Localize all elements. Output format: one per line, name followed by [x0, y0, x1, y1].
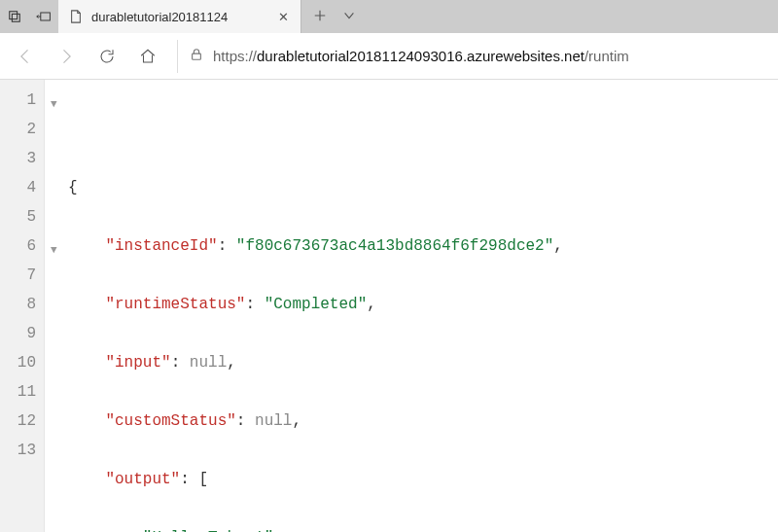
line-number: 7: [0, 261, 36, 290]
lock-icon: [190, 48, 203, 64]
svg-rect-0: [10, 12, 18, 19]
fold-toggle-icon[interactable]: ▼: [51, 235, 57, 265]
line-number: 4: [0, 173, 36, 202]
code-line: "output": [: [68, 465, 778, 494]
code-line: "input": null,: [68, 348, 778, 377]
home-button[interactable]: [128, 37, 167, 76]
window-restore-icon[interactable]: [29, 0, 58, 33]
line-number: 6: [0, 231, 36, 261]
code-area[interactable]: ▼ ▼ { "instanceId": "f80c673673ac4a13bd8…: [45, 80, 778, 532]
code-line: "instanceId": "f80c673673ac4a13bd8864f6f…: [68, 231, 778, 261]
tab-overflow-button[interactable]: [342, 9, 356, 25]
browser-tab[interactable]: durabletutorial20181124 ✕: [58, 0, 301, 33]
tab-document-icon: [68, 9, 84, 24]
line-number: 2: [0, 115, 36, 144]
new-tab-button[interactable]: [313, 9, 327, 25]
window-control-icon[interactable]: [0, 0, 29, 33]
code-line: "runtimeStatus": "Completed",: [68, 290, 778, 319]
json-viewer: 1 2 3 4 5 6 7 8 9 10 11 12 13 ▼ ▼ { "ins…: [0, 80, 778, 532]
url-text: https://durabletutorial20181124093016.az…: [213, 48, 629, 64]
line-number: 9: [0, 319, 36, 348]
svg-rect-1: [12, 14, 19, 21]
line-number: 3: [0, 144, 36, 173]
tab-strip: [301, 0, 778, 33]
toolbar: https://durabletutorial20181124093016.az…: [0, 33, 778, 80]
fold-toggle-icon[interactable]: ▼: [51, 89, 57, 119]
tab-title: durabletutorial20181124: [91, 10, 268, 24]
titlebar: durabletutorial20181124 ✕: [0, 0, 778, 33]
forward-button[interactable]: [47, 37, 86, 76]
line-number: 8: [0, 290, 36, 319]
line-number: 12: [0, 407, 36, 436]
code-line: "Hello Tokyo!",: [68, 523, 778, 532]
line-number-gutter: 1 2 3 4 5 6 7 8 9 10 11 12 13: [0, 80, 45, 532]
svg-rect-2: [41, 13, 51, 20]
refresh-button[interactable]: [88, 37, 126, 76]
svg-rect-3: [193, 53, 201, 59]
line-number: 5: [0, 202, 36, 231]
line-number: 13: [0, 436, 36, 465]
code-line: "customStatus": null,: [68, 407, 778, 436]
code-line: {: [68, 173, 778, 202]
line-number: 10: [0, 348, 36, 377]
close-tab-button[interactable]: ✕: [276, 10, 291, 24]
line-number: 11: [0, 377, 36, 407]
line-number: 1: [0, 86, 36, 115]
back-button[interactable]: [6, 37, 45, 76]
address-bar[interactable]: https://durabletutorial20181124093016.az…: [177, 40, 772, 73]
